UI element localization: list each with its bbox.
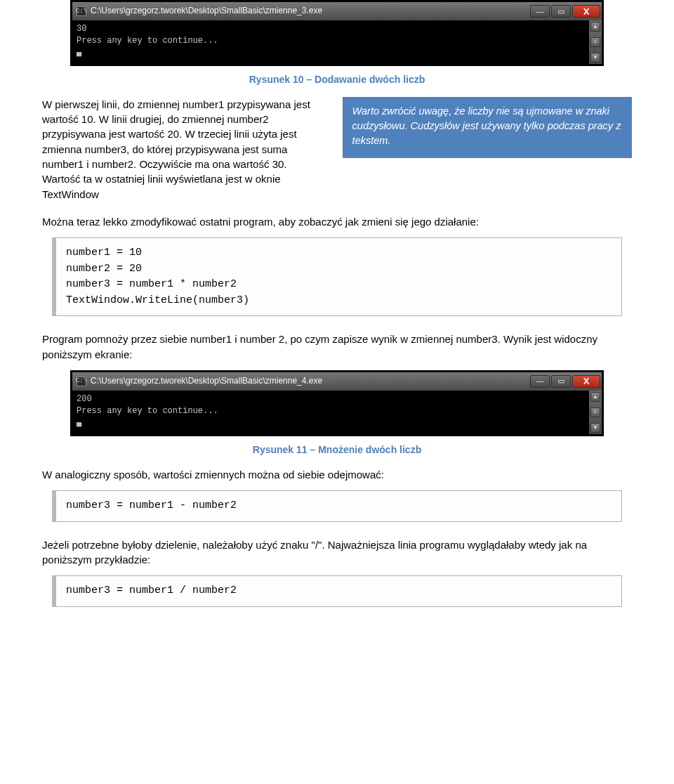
tip-box: Warto zwrócić uwagę, że liczby nie są uj… [343,97,632,158]
scroll-thumb[interactable]: ≡ [590,407,600,417]
maximize-button[interactable]: ▭ [551,5,571,18]
minimize-button[interactable]: — [530,5,550,18]
minimize-button[interactable]: — [530,375,550,388]
window-title-1: C:\Users\grzegorz.tworek\Desktop\SmallBa… [91,5,530,17]
app-icon: C:\ [77,6,86,16]
scroll-thumb[interactable]: ≡ [590,37,600,47]
scroll-up-icon[interactable]: ▲ [590,22,600,32]
scroll-up-icon[interactable]: ▲ [590,392,600,402]
paragraph-1: W pierwszej linii, do zmiennej number1 p… [42,97,326,202]
output-line: Press any key to continue... [77,406,218,416]
close-button[interactable]: X [572,375,600,388]
code-block-3: number3 = number1 / number2 [52,575,622,607]
output-line: 30 [77,24,86,34]
console-output-2: 200 Press any key to continue... ▄ [72,391,589,434]
console-window-2: C:\ C:\Users\grzegorz.tworek\Desktop\Sma… [70,370,604,436]
output-line: Press any key to continue... [77,36,218,46]
left-column: W pierwszej linii, do zmiennej number1 p… [42,97,326,210]
paragraph-5: Jeżeli potrzebne byłoby dzielenie, należ… [42,537,632,568]
app-icon: C:\ [77,377,86,386]
two-column-section: W pierwszej linii, do zmiennej number1 p… [42,97,632,210]
cursor-icon: ▄ [77,48,81,58]
scroll-down-icon[interactable]: ▼ [590,423,600,433]
scroll-down-icon[interactable]: ▼ [590,53,600,63]
console-body-2: 200 Press any key to continue... ▄ ▲ ≡ ▼ [72,391,602,434]
titlebar-1: C:\ C:\Users\grzegorz.tworek\Desktop\Sma… [72,2,602,20]
paragraph-3: Program pomnoży przez siebie number1 i n… [42,332,632,362]
maximize-button[interactable]: ▭ [551,375,571,388]
window-title-2: C:\Users\grzegorz.tworek\Desktop\SmallBa… [91,375,530,387]
console-body-1: 30 Press any key to continue... ▄ ▲ ≡ ▼ [72,20,602,64]
close-button[interactable]: X [572,5,600,18]
scrollbar-1[interactable]: ▲ ≡ ▼ [589,20,602,64]
paragraph-4: W analogiczny sposób, wartości zmiennych… [42,467,632,482]
code-block-2: number3 = number1 - number2 [52,490,622,522]
window-buttons-1: — ▭ X [530,5,600,18]
figure-caption-1: Rysunek 10 – Dodawanie dwóch liczb [42,73,632,87]
scrollbar-2[interactable]: ▲ ≡ ▼ [589,391,602,434]
code-block-1: number1 = 10 number2 = 20 number3 = numb… [52,237,622,316]
console-window-1: C:\ C:\Users\grzegorz.tworek\Desktop\Sma… [70,0,604,66]
paragraph-2: Można teraz lekko zmodyfikować ostatni p… [42,214,632,229]
cursor-icon: ▄ [77,418,81,428]
console-output-1: 30 Press any key to continue... ▄ [72,20,589,64]
output-line: 200 [77,394,92,404]
tip-text: Warto zwrócić uwagę, że liczby nie są uj… [352,105,621,146]
window-buttons-2: — ▭ X [530,375,600,388]
titlebar-2: C:\ C:\Users\grzegorz.tworek\Desktop\Sma… [72,372,602,391]
figure-caption-2: Rysunek 11 – Mnożenie dwóch liczb [42,443,632,457]
